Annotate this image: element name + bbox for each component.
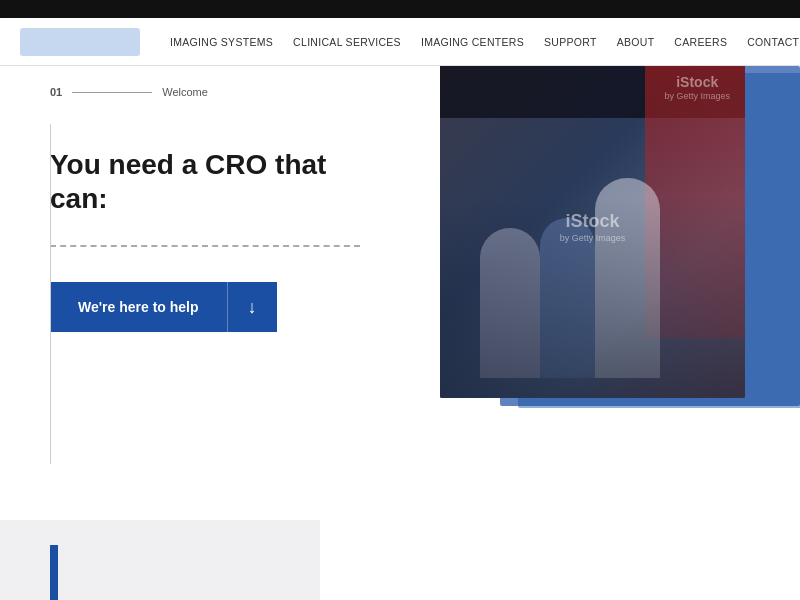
- cta-row: We're here to help ↓: [50, 282, 405, 332]
- istock-label: iStock: [560, 210, 626, 233]
- section-number: 01: [50, 86, 62, 98]
- company-logo[interactable]: [20, 28, 140, 56]
- istock-watermark2: iStock by Getty Images: [664, 73, 730, 103]
- bottom-section: [0, 520, 320, 600]
- image-inner: iStock by Getty Images iStock by Getty I…: [440, 66, 745, 398]
- nav-links: IMAGING SYSTEMS CLINICAL SERVICES IMAGIN…: [160, 36, 800, 48]
- nav-imaging-systems[interactable]: IMAGING SYSTEMS: [160, 36, 283, 48]
- right-section: iStock by Getty Images iStock by Getty I…: [440, 66, 800, 448]
- istock-sub-label: by Getty Images: [560, 234, 626, 246]
- istock-label2: iStock: [664, 73, 730, 91]
- nav-imaging-centers[interactable]: IMAGING CENTERS: [411, 36, 534, 48]
- cta-button[interactable]: We're here to help: [50, 282, 227, 332]
- arrow-button[interactable]: ↓: [227, 282, 277, 332]
- vertical-line: [50, 124, 51, 464]
- istock-sub-label2: by Getty Images: [664, 91, 730, 103]
- nav-careers[interactable]: CAREERS: [664, 36, 737, 48]
- nav-contact[interactable]: CONTACT: [737, 36, 800, 48]
- section-title: Welcome: [162, 86, 208, 98]
- nav-support[interactable]: SUPPORT: [534, 36, 607, 48]
- hero-image: iStock by Getty Images iStock by Getty I…: [440, 66, 745, 398]
- hero-headline: You need a CRO that can:: [50, 148, 370, 215]
- section-label: 01 Welcome: [50, 86, 405, 98]
- main-content: 01 Welcome You need a CRO that can: We'r…: [0, 66, 800, 600]
- section-line: [72, 92, 152, 93]
- top-bar: [0, 0, 800, 18]
- nav-about[interactable]: ABOUT: [607, 36, 665, 48]
- dashed-line: [50, 245, 360, 247]
- nav-clinical-services[interactable]: CLINICAL SERVICES: [283, 36, 411, 48]
- istock-watermark: iStock by Getty Images: [560, 210, 626, 245]
- navbar: IMAGING SYSTEMS CLINICAL SERVICES IMAGIN…: [0, 18, 800, 66]
- bottom-blue-bar: [50, 545, 58, 600]
